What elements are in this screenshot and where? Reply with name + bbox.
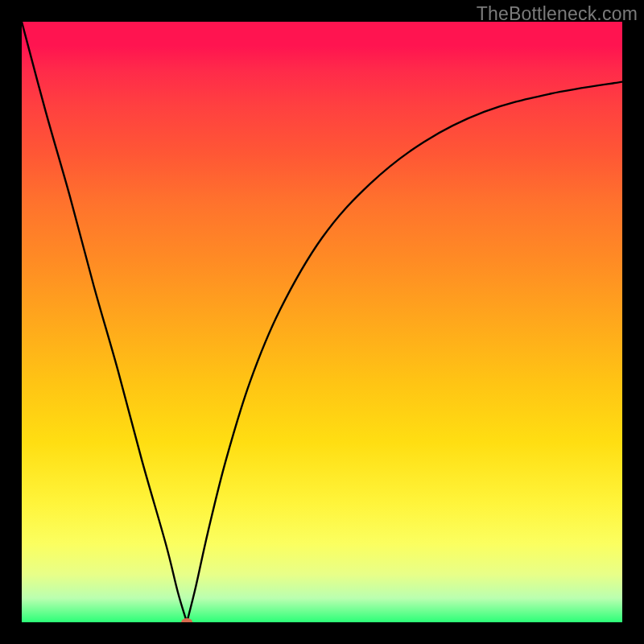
curve-left-branch xyxy=(22,22,187,622)
watermark-text: TheBottleneck.com xyxy=(477,3,638,25)
chart-frame: TheBottleneck.com xyxy=(0,0,644,644)
bottleneck-curve xyxy=(22,22,622,622)
curve-right-branch xyxy=(187,82,622,622)
minimum-marker xyxy=(181,618,192,622)
plot-area xyxy=(22,22,622,622)
